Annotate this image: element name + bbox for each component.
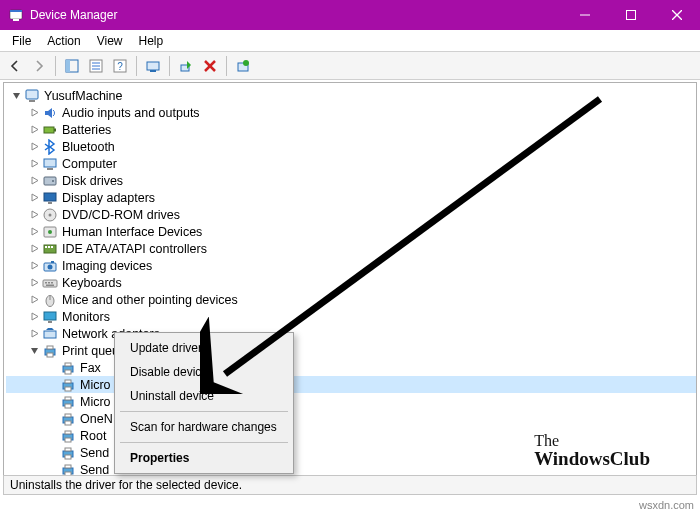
svg-rect-42 bbox=[51, 261, 54, 263]
context-separator bbox=[120, 411, 288, 412]
expand-collapse-icon[interactable] bbox=[28, 294, 40, 306]
printer-icon bbox=[60, 411, 76, 427]
expand-collapse-icon bbox=[46, 447, 58, 459]
expand-collapse-icon[interactable] bbox=[10, 90, 22, 102]
tree-device[interactable]: Micro bbox=[6, 376, 696, 393]
svg-rect-67 bbox=[65, 421, 71, 425]
close-button[interactable] bbox=[654, 0, 700, 30]
context-properties[interactable]: Properties bbox=[118, 446, 290, 470]
minimize-button[interactable] bbox=[562, 0, 608, 30]
tree-category[interactable]: Mice and other pointing devices bbox=[6, 291, 696, 308]
tree-category[interactable]: IDE ATA/ATAPI controllers bbox=[6, 240, 696, 257]
menu-view[interactable]: View bbox=[89, 32, 131, 50]
tree-category[interactable]: Imaging devices bbox=[6, 257, 696, 274]
expand-collapse-icon[interactable] bbox=[28, 107, 40, 119]
app-icon bbox=[8, 7, 24, 23]
menu-file[interactable]: File bbox=[4, 32, 39, 50]
statusbar-text: Uninstalls the driver for the selected d… bbox=[10, 478, 242, 492]
svg-rect-46 bbox=[51, 282, 53, 284]
expand-collapse-icon[interactable] bbox=[28, 345, 40, 357]
printer-icon bbox=[60, 445, 76, 461]
tree-device[interactable]: OneN bbox=[6, 410, 696, 427]
context-update-driver[interactable]: Update driver bbox=[118, 336, 290, 360]
svg-rect-60 bbox=[65, 380, 71, 383]
expand-collapse-icon[interactable] bbox=[28, 158, 40, 170]
expand-collapse-icon[interactable] bbox=[28, 260, 40, 272]
expand-collapse-icon[interactable] bbox=[28, 243, 40, 255]
toolbar: ? bbox=[0, 52, 700, 80]
svg-rect-28 bbox=[44, 177, 56, 185]
svg-rect-24 bbox=[44, 127, 54, 133]
tree-item-label: IDE ATA/ATAPI controllers bbox=[62, 242, 207, 256]
update-driver-button[interactable] bbox=[232, 55, 254, 77]
svg-rect-69 bbox=[65, 431, 71, 434]
tree-item-label: Human Interface Devices bbox=[62, 225, 202, 239]
expand-collapse-icon[interactable] bbox=[28, 328, 40, 340]
tree-category[interactable]: Disk drives bbox=[6, 172, 696, 189]
tree-category-print-queues[interactable]: Print queues bbox=[6, 342, 696, 359]
back-button[interactable] bbox=[4, 55, 26, 77]
expand-collapse-icon[interactable] bbox=[28, 192, 40, 204]
tree-device[interactable]: Fax bbox=[6, 359, 696, 376]
tree-item-label: Imaging devices bbox=[62, 259, 152, 273]
expand-collapse-icon[interactable] bbox=[28, 311, 40, 323]
tree-category[interactable]: Audio inputs and outputs bbox=[6, 104, 696, 121]
watermark-line1: The bbox=[534, 433, 650, 449]
show-hide-tree-button[interactable] bbox=[61, 55, 83, 77]
menu-help[interactable]: Help bbox=[131, 32, 172, 50]
tree-item-label: Computer bbox=[62, 157, 117, 171]
enable-button[interactable] bbox=[175, 55, 197, 77]
uninstall-button[interactable] bbox=[199, 55, 221, 77]
tree-category[interactable]: Monitors bbox=[6, 308, 696, 325]
expand-collapse-icon[interactable] bbox=[28, 124, 40, 136]
svg-point-29 bbox=[52, 180, 54, 182]
expand-collapse-icon[interactable] bbox=[28, 209, 40, 221]
tree-category[interactable]: Human Interface Devices bbox=[6, 223, 696, 240]
help-button[interactable]: ? bbox=[109, 55, 131, 77]
tree-root[interactable]: YusufMachine bbox=[6, 87, 696, 104]
menu-action[interactable]: Action bbox=[39, 32, 88, 50]
context-menu: Update driver Disable device Uninstall d… bbox=[114, 332, 294, 474]
tree-category[interactable]: Keyboards bbox=[6, 274, 696, 291]
separator bbox=[55, 56, 56, 76]
tree-item-label: OneN bbox=[80, 412, 113, 426]
forward-button[interactable] bbox=[28, 55, 50, 77]
tree-item-label: Monitors bbox=[62, 310, 110, 324]
tree-item-label: Mice and other pointing devices bbox=[62, 293, 238, 307]
svg-rect-39 bbox=[51, 246, 53, 248]
expand-collapse-icon bbox=[46, 396, 58, 408]
tree-item-label: Batteries bbox=[62, 123, 111, 137]
separator bbox=[169, 56, 170, 76]
tree-category[interactable]: Display adapters bbox=[6, 189, 696, 206]
pc-icon bbox=[24, 88, 40, 104]
svg-rect-64 bbox=[65, 404, 71, 408]
context-disable-device[interactable]: Disable device bbox=[118, 360, 290, 384]
context-uninstall-device[interactable]: Uninstall device bbox=[118, 384, 290, 408]
context-separator bbox=[120, 442, 288, 443]
context-scan-hardware[interactable]: Scan for hardware changes bbox=[118, 415, 290, 439]
tree-category[interactable]: Network adapters bbox=[6, 325, 696, 342]
tree-item-label: Root bbox=[80, 429, 106, 443]
svg-rect-55 bbox=[47, 353, 53, 357]
tree-category[interactable]: Bluetooth bbox=[6, 138, 696, 155]
svg-rect-70 bbox=[65, 438, 71, 442]
svg-rect-25 bbox=[54, 128, 56, 131]
expand-collapse-icon[interactable] bbox=[28, 175, 40, 187]
properties-button[interactable] bbox=[85, 55, 107, 77]
device-tree[interactable]: YusufMachineAudio inputs and outputsBatt… bbox=[4, 83, 696, 488]
maximize-button[interactable] bbox=[608, 0, 654, 30]
tree-device[interactable]: Micro bbox=[6, 393, 696, 410]
expand-collapse-icon[interactable] bbox=[28, 277, 40, 289]
watermark: The WindowsClub bbox=[534, 433, 650, 468]
tree-category[interactable]: Computer bbox=[6, 155, 696, 172]
printer-icon bbox=[60, 360, 76, 376]
tree-category[interactable]: DVD/CD-ROM drives bbox=[6, 206, 696, 223]
svg-rect-44 bbox=[45, 282, 47, 284]
tree-category[interactable]: Batteries bbox=[6, 121, 696, 138]
svg-rect-52 bbox=[44, 331, 56, 338]
scan-hardware-button[interactable] bbox=[142, 55, 164, 77]
camera-icon bbox=[42, 258, 58, 274]
tree-item-label: Keyboards bbox=[62, 276, 122, 290]
expand-collapse-icon[interactable] bbox=[28, 141, 40, 153]
expand-collapse-icon[interactable] bbox=[28, 226, 40, 238]
